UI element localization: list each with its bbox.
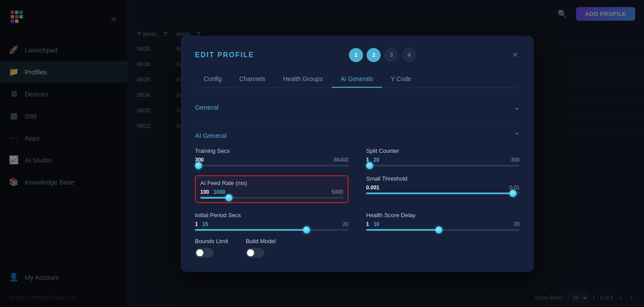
build-model-toggle-group: Build Model xyxy=(246,238,276,258)
modal-close-button[interactable]: × xyxy=(511,48,520,62)
small-threshold-slider-group: Small Threshold 0.001 0.01 xyxy=(366,175,520,203)
ai-general-chevron-icon: ⌃ xyxy=(514,131,520,140)
small-threshold-input[interactable] xyxy=(366,192,520,194)
toggles-row: Bounds Limit Build Model xyxy=(195,238,520,258)
general-section-title: General xyxy=(195,104,218,111)
build-model-toggle[interactable] xyxy=(246,248,264,258)
step-2-button[interactable]: 2 xyxy=(367,48,381,62)
ai-general-section-header[interactable]: AI General ⌃ xyxy=(195,127,520,144)
general-chevron-icon: ⌄ xyxy=(514,103,520,111)
initial-period-secs-slider-group: Initial Period Secs 1 15 20 xyxy=(195,212,348,231)
split-counter-input[interactable] xyxy=(366,165,520,166)
step-4-button[interactable]: 4 xyxy=(402,48,416,62)
bounds-limit-toggle-knob xyxy=(196,249,203,256)
training-secs-label: Training Secs xyxy=(195,148,348,154)
initial-period-secs-input[interactable] xyxy=(195,229,348,231)
training-secs-slider-group: Training Secs 300 86400 xyxy=(195,148,348,166)
ai-general-section-title: AI General xyxy=(195,132,227,139)
ai-feed-rate-slider-group: AI Feed Rate (ms) 100 1000 5000 xyxy=(195,175,348,203)
build-model-toggle-knob xyxy=(247,249,254,256)
tab-health-groups[interactable]: Health Groups xyxy=(274,71,332,88)
edit-profile-modal: EDIT PROFILE 1 2 3 4 × Config Channels H… xyxy=(181,36,534,272)
split-counter-label: Split Counter xyxy=(366,148,520,154)
general-section-header[interactable]: General ⌄ xyxy=(195,99,520,116)
tab-ai-generals[interactable]: AI Generals xyxy=(332,71,382,88)
modal-tabs: Config Channels Health Groups AI General… xyxy=(195,71,520,88)
health-score-delay-label: Health Score Delay xyxy=(366,212,520,218)
step-1-button[interactable]: 1 xyxy=(349,48,363,62)
small-threshold-label: Small Threshold xyxy=(366,175,520,182)
section-divider xyxy=(195,121,520,122)
build-model-label: Build Model xyxy=(246,238,276,244)
health-score-delay-slider-group: Health Score Delay 1 10 20 xyxy=(366,212,520,231)
tab-channels[interactable]: Channels xyxy=(230,71,274,88)
split-counter-slider-group: Split Counter 1 20 300 xyxy=(366,148,520,166)
modal-steps: 1 2 3 4 xyxy=(349,48,416,62)
health-score-delay-input[interactable] xyxy=(366,229,520,231)
step-3-button[interactable]: 3 xyxy=(384,48,398,62)
tab-config[interactable]: Config xyxy=(195,71,230,88)
tab-y-code[interactable]: Y Code xyxy=(382,71,420,88)
modal-title: EDIT PROFILE xyxy=(195,51,254,59)
sliders-grid: Training Secs 300 86400 Split Counter 1 … xyxy=(195,148,520,231)
ai-feed-rate-label: AI Feed Rate (ms) xyxy=(200,180,343,186)
training-secs-input[interactable] xyxy=(195,165,348,166)
initial-period-secs-label: Initial Period Secs xyxy=(195,212,348,218)
bounds-limit-toggle-group: Bounds Limit xyxy=(195,238,228,258)
bounds-limit-toggle[interactable] xyxy=(195,248,213,258)
bounds-limit-label: Bounds Limit xyxy=(195,238,228,244)
modal-header: EDIT PROFILE 1 2 3 4 × xyxy=(195,48,520,62)
ai-feed-rate-input[interactable] xyxy=(200,197,343,199)
